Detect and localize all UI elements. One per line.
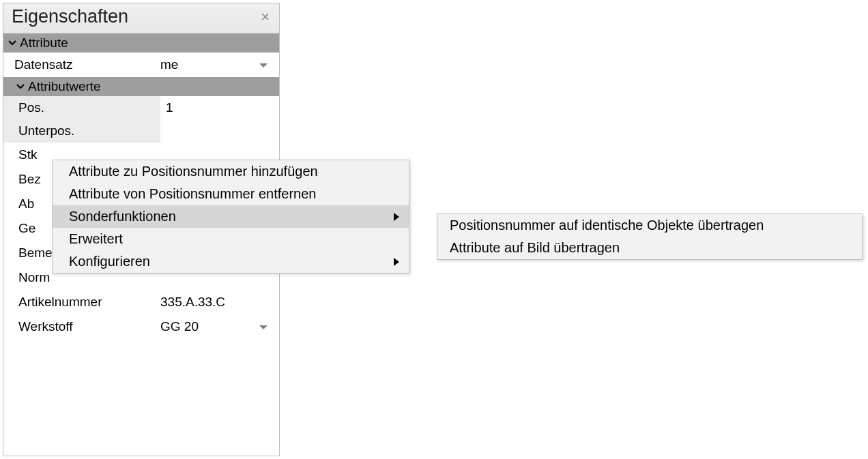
label-pos: Pos. <box>3 96 160 119</box>
value-werkstoff[interactable]: GG 20 <box>160 319 279 334</box>
menu-item-konfigurieren[interactable]: Konfigurieren <box>53 250 409 273</box>
menu-item-label: Erweitert <box>69 231 123 247</box>
row-unterpos[interactable]: Unterpos. <box>3 119 279 143</box>
menu-item-erweitert[interactable]: Erweitert <box>53 228 409 250</box>
menu-item-positionsnummer-transfer[interactable]: Positionsnummer auf identische Objekte ü… <box>437 214 862 237</box>
menu-item-label: Positionsnummer auf identische Objekte ü… <box>450 218 764 233</box>
row-werkstoff[interactable]: Werkstoff GG 20 <box>3 314 279 339</box>
menu-item-attribute-bild-transfer[interactable]: Attribute auf Bild übertragen <box>437 237 862 259</box>
value-werkstoff-text: GG 20 <box>160 319 199 334</box>
value-datensatz[interactable]: me <box>160 57 279 72</box>
label-datensatz: Datensatz <box>3 57 160 72</box>
submenu-arrow-icon <box>394 254 399 269</box>
section-attribute[interactable]: Attribute <box>3 33 279 53</box>
value-artikelnummer[interactable]: 335.A.33.C <box>160 295 279 310</box>
submenu-arrow-icon <box>394 209 399 224</box>
panel-title: Eigenschaften <box>12 6 128 27</box>
dropdown-arrow-icon[interactable] <box>259 57 268 72</box>
menu-item-add-attributes[interactable]: Attribute zu Positionsnummer hinzufügen <box>53 160 409 183</box>
row-artikelnummer[interactable]: Artikelnummer 335.A.33.C <box>3 290 279 314</box>
label-werkstoff: Werkstoff <box>3 319 160 334</box>
menu-item-label: Sonderfunktionen <box>69 209 176 224</box>
menu-item-label: Attribute auf Bild übertragen <box>450 240 620 256</box>
chevron-down-icon <box>16 79 25 94</box>
menu-item-remove-attributes[interactable]: Attribute von Positionsnummer entfernen <box>53 183 409 205</box>
section-attribute-label: Attribute <box>20 35 68 50</box>
chevron-down-icon <box>8 35 17 50</box>
value-artikelnummer-text: 335.A.33.C <box>160 295 225 310</box>
close-icon[interactable]: × <box>258 8 272 26</box>
menu-item-label: Attribute von Positionsnummer entfernen <box>69 186 316 202</box>
row-pos[interactable]: Pos. 1 <box>3 96 279 119</box>
menu-item-label: Konfigurieren <box>69 254 150 269</box>
section-attributwerte-label: Attributwerte <box>28 79 101 94</box>
context-menu: Attribute zu Positionsnummer hinzufügen … <box>52 160 409 273</box>
label-artikelnummer: Artikelnummer <box>3 295 160 310</box>
menu-item-label: Attribute zu Positionsnummer hinzufügen <box>69 164 318 179</box>
panel-header: Eigenschaften × <box>3 3 279 33</box>
value-unterpos[interactable] <box>160 119 279 143</box>
section-attributwerte[interactable]: Attributwerte <box>3 77 279 96</box>
value-datensatz-text: me <box>160 57 178 72</box>
label-unterpos: Unterpos. <box>3 119 160 143</box>
menu-item-sonderfunktionen[interactable]: Sonderfunktionen <box>53 205 409 228</box>
dropdown-arrow-icon[interactable] <box>259 319 268 334</box>
context-submenu-sonderfunktionen: Positionsnummer auf identische Objekte ü… <box>437 213 863 260</box>
row-datensatz[interactable]: Datensatz me <box>3 53 279 77</box>
value-pos[interactable]: 1 <box>160 96 279 119</box>
